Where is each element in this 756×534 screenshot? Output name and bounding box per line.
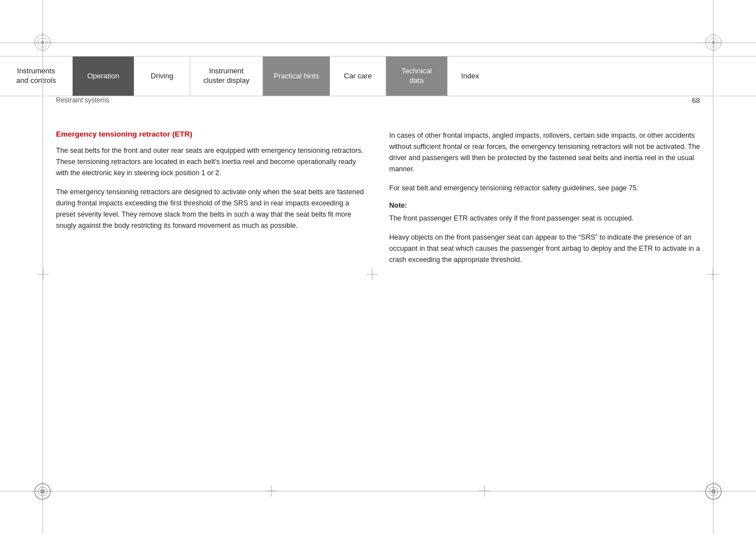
right-paragraph-2: For seat belt and emergency tensioning r… (389, 182, 701, 194)
crosshair-bottom-center-left (266, 485, 277, 496)
right-column: In cases of other frontal impacts, angle… (389, 130, 701, 273)
section-title: Emergency tensioning retractor (ETR) (56, 130, 367, 138)
note-label: Note: (389, 202, 701, 209)
paragraph-1: The seat belts for the front and outer r… (56, 145, 367, 179)
paragraph-2: The emergency tensioning retractors are … (56, 186, 367, 231)
nav-item-car-care[interactable]: Car care (330, 57, 386, 96)
hline-top (0, 43, 756, 43)
corner-ornament-tr (703, 32, 724, 53)
nav-item-index[interactable]: Index (448, 57, 492, 96)
nav-item-driving[interactable]: Driving (134, 57, 190, 96)
navigation-bar: Instruments and controls Operation Drivi… (0, 56, 756, 96)
nav-item-operation[interactable]: Operation (73, 57, 134, 96)
page-content: Restraint systems 68 Emergency tensionin… (56, 96, 700, 478)
content-area: Emergency tensioning retractor (ETR) The… (56, 130, 700, 273)
corner-ornament-tl (32, 32, 53, 53)
vline-left (43, 0, 43, 534)
vline-right (713, 0, 713, 534)
hline-bottom (0, 491, 756, 491)
right-paragraph-1: In cases of other frontal impacts, angle… (389, 130, 701, 175)
corner-ornament-br (703, 481, 724, 502)
breadcrumb: Restraint systems (56, 96, 109, 104)
note-2: Heavy objects on the front passenger sea… (389, 232, 701, 265)
nav-item-instrument-cluster-display[interactable]: Instrument cluster display (190, 57, 263, 96)
crosshair-mid-left (37, 269, 49, 280)
note-1: The front passenger ETR activates only i… (389, 213, 701, 224)
crosshair-bottom-center-right (479, 485, 490, 496)
nav-item-instruments-and-controls[interactable]: Instruments and controls (0, 57, 73, 96)
crosshair-mid-right (707, 269, 719, 280)
corner-ornament-bl (32, 481, 53, 502)
left-column: Emergency tensioning retractor (ETR) The… (56, 130, 367, 273)
nav-item-technical-data[interactable]: Technical data (386, 57, 448, 96)
page-number: 68 (692, 96, 700, 105)
nav-item-practical-hints[interactable]: Practical hints (263, 57, 330, 96)
